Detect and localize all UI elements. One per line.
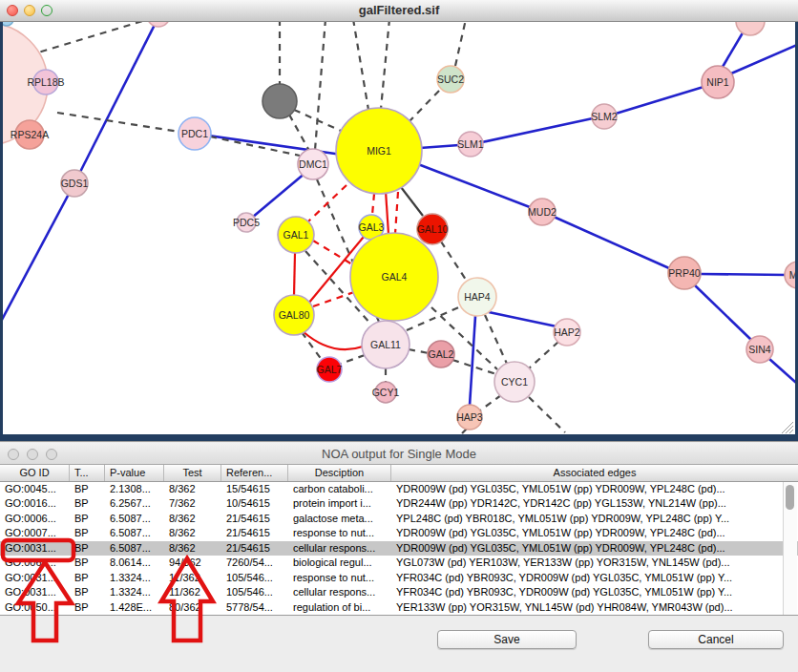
- node-label: GAL80: [279, 309, 310, 321]
- node-label: SIN4: [748, 344, 771, 355]
- cell: GO:0031...: [0, 585, 70, 599]
- cell: BP: [70, 482, 105, 496]
- cell: GO:0050...: [0, 600, 70, 615]
- resize-grip[interactable]: [786, 426, 793, 433]
- node-label: MSI: [789, 269, 795, 281]
- vertical-scrollbar[interactable]: [783, 482, 797, 615]
- column-header-p-value[interactable]: P-value: [105, 465, 164, 481]
- column-header-desciption[interactable]: Desciption: [288, 465, 391, 481]
- cell: carbon cataboli...: [288, 482, 391, 496]
- node-label: HAP4: [464, 291, 491, 303]
- cell: 7260/54...: [221, 556, 288, 570]
- cell: 8/362: [164, 526, 221, 540]
- save-button[interactable]: Save: [437, 630, 577, 649]
- cell: 11/362: [164, 585, 221, 599]
- cell: YFR034C (pd) YBR093C, YDR009W (pd) YGL03…: [391, 571, 798, 585]
- table-row[interactable]: GO:0045...BP2.1308...8/36215/54615carbon…: [0, 482, 798, 496]
- table-row[interactable]: GO:0050...BP1.428E...80/3625778/54...reg…: [0, 600, 798, 615]
- edge-blue: [74, 22, 158, 183]
- edge-dashed: [528, 342, 558, 369]
- table-row[interactable]: GO:0065...BP8.0614...94/3627260/54...bio…: [0, 556, 798, 570]
- node-top-partial-1[interactable]: [147, 22, 170, 27]
- table-row[interactable]: GO:0016...BP6.2567...7/36210/54615protei…: [0, 496, 798, 511]
- edge-blue: [3, 183, 74, 332]
- node-gray-node[interactable]: [262, 84, 297, 118]
- cell: 10/54615: [221, 496, 288, 511]
- cell: 94/362: [164, 556, 221, 570]
- cell: 7/362: [164, 496, 221, 511]
- table-header[interactable]: GO IDT...P-valueTestReferen...Desciption…: [0, 465, 798, 482]
- node-label: GAL10: [417, 223, 449, 235]
- table-row[interactable]: GO:0006...BP6.5087...8/36221/54615galact…: [0, 512, 798, 526]
- cell: cellular respons...: [288, 541, 391, 556]
- cell: YGL073W (pd) YER103W, YER133W (pp) YOR31…: [391, 556, 798, 570]
- edge-blue: [769, 359, 795, 389]
- table-row[interactable]: GO:0031...BP6.5087...8/36221/54615cellul…: [0, 541, 798, 556]
- node-label: MUD2: [528, 206, 556, 218]
- node-corner[interactable]: [3, 22, 13, 26]
- cell: BP: [70, 526, 105, 540]
- edge-dashed: [480, 395, 501, 410]
- edge-red-dashed: [395, 192, 398, 234]
- network-canvas[interactable]: RPL18BRPS24AGDS1PDC1PDC5MIG1DMC1SUC2SLM1…: [3, 22, 795, 434]
- cell: GO:0045...: [0, 482, 70, 496]
- cancel-button[interactable]: Cancel: [648, 630, 784, 649]
- node-label: CYC1: [501, 376, 528, 388]
- network-titlebar[interactable]: galFiltered.sif: [0, 0, 798, 22]
- go-results-table[interactable]: GO:0045...BP2.1308...8/36215/54615carbon…: [0, 482, 798, 615]
- cell: 1.428E...: [105, 600, 164, 615]
- cell: BP: [70, 600, 105, 615]
- node-label: HAP2: [554, 326, 580, 338]
- cell: 1.3324...: [105, 585, 164, 599]
- node-label: SUC2: [437, 74, 464, 85]
- node-label: MIG1: [367, 145, 391, 157]
- column-header-associated-edges[interactable]: Associated edges: [391, 465, 798, 481]
- resize-grip[interactable]: [789, 430, 793, 433]
- cell: 6.5087...: [105, 526, 164, 540]
- column-header-test[interactable]: Test: [164, 465, 221, 481]
- table-row[interactable]: GO:0031...BP1.3324...11/362105/546...res…: [0, 571, 798, 585]
- window-title: galFiltered.sif: [0, 3, 798, 17]
- node-label: GAL7: [317, 364, 343, 375]
- node-label: RPS24A: [10, 129, 49, 140]
- noa-titlebar[interactable]: NOA output for Single Mode: [0, 443, 798, 465]
- cell: 21/54615: [221, 526, 288, 540]
- cell: BP: [70, 556, 105, 570]
- edge-blue: [616, 87, 704, 114]
- node-label: RPL18B: [27, 76, 64, 88]
- cell: cellular respons...: [288, 585, 391, 599]
- table-row[interactable]: GO:0031...BP1.3324...11/362105/546...cel…: [0, 585, 798, 599]
- cell: YDR009W (pd) YGL035C, YML051W (pp) YDR00…: [391, 526, 798, 540]
- edge-dashed: [455, 22, 466, 66]
- cell: 80/362: [164, 600, 221, 615]
- cell: BP: [70, 496, 105, 511]
- cell: protein import i...: [288, 496, 391, 511]
- edge-red: [386, 191, 388, 234]
- edge-dashed: [29, 22, 194, 55]
- cell: YFR034C (pd) YBR093C, YDR009W (pd) YGL03…: [391, 585, 798, 599]
- cell: GO:0007...: [0, 526, 70, 540]
- edge-red-dashed: [372, 194, 374, 215]
- table-bottom-divider: [0, 615, 798, 616]
- scrollbar-thumb[interactable]: [786, 485, 794, 510]
- edge-blue: [246, 173, 305, 222]
- cell: YDR244W (pp) YDR142C, YDR142C (pp) YGL15…: [391, 496, 798, 511]
- cell: 8/362: [164, 512, 221, 526]
- cell: 8/362: [164, 482, 221, 496]
- column-header-t-[interactable]: T...: [70, 465, 105, 481]
- cell: 105/546...: [221, 571, 288, 585]
- column-header-go-id[interactable]: GO ID: [0, 465, 70, 481]
- edge-red-dashed: [313, 241, 352, 264]
- cell: 1.3324...: [105, 571, 164, 585]
- cell: response to nut...: [288, 526, 391, 540]
- edge-blue: [418, 164, 530, 207]
- cell: YER133W (pp) YOR315W, YNL145W (pd) YHR08…: [391, 600, 798, 615]
- edge-blue: [701, 274, 787, 275]
- node-label: GAL11: [370, 339, 401, 350]
- node-top-partial-2[interactable]: [736, 22, 765, 35]
- column-header-referen-[interactable]: Referen...: [221, 465, 288, 481]
- edge-dashed: [409, 90, 440, 122]
- cell: 21/54615: [221, 541, 288, 556]
- table-row[interactable]: GO:0007...BP6.5087...8/36221/54615respon…: [0, 526, 798, 540]
- edge-blue: [420, 145, 459, 148]
